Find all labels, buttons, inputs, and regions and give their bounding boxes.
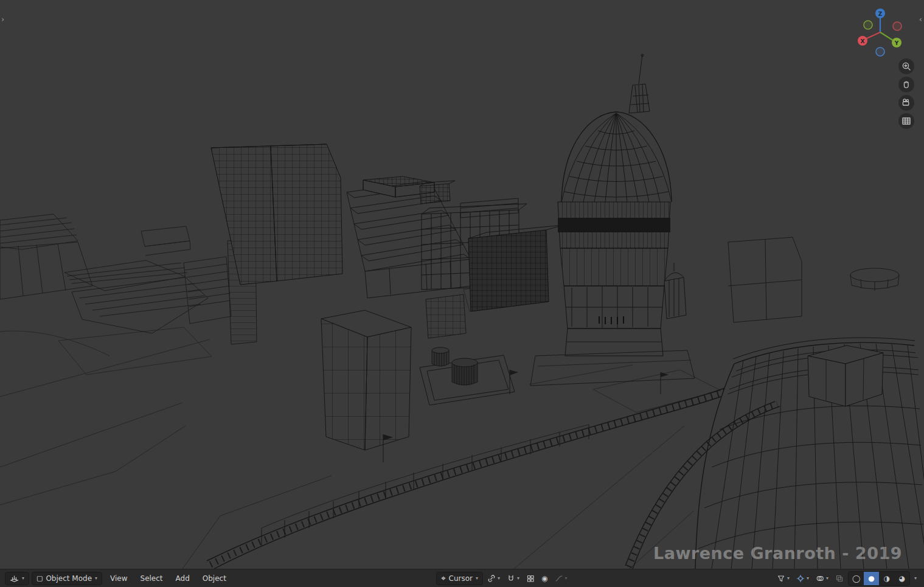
chevron-down-icon: ▾ (517, 576, 519, 581)
wireframe-city-scene[interactable] (0, 0, 924, 569)
axis-z-negative-ball[interactable] (876, 47, 884, 56)
axis-x-label: X (861, 38, 865, 44)
toolbar-expand-arrow[interactable]: › (1, 15, 4, 24)
viewport-shading-switch: ◯ ● ◑ ◕ (848, 571, 910, 586)
chevron-down-icon: ▾ (565, 576, 568, 581)
chevron-down-icon: ▾ (476, 576, 478, 581)
proportional-edit-toggle[interactable]: ◉ (539, 574, 550, 583)
toggle-xray-button[interactable] (833, 573, 846, 584)
menu-view[interactable]: View (105, 572, 133, 585)
chevron-down-icon: ▾ (914, 576, 917, 581)
flag-poles[interactable] (383, 370, 669, 462)
snap-pivot-cluster: ⌖ Cursor ▾ ▾ ▾ ◉ ▾ (436, 572, 569, 585)
lower-grid-building[interactable] (321, 310, 411, 450)
axis-y-negative-ball[interactable] (864, 21, 872, 29)
show-overlays-dropdown[interactable]: ▾ (813, 573, 831, 584)
header-menus: View Select Add Object (105, 572, 232, 585)
left-striped-buildings[interactable] (0, 214, 231, 333)
chevron-down-icon: ▾ (807, 576, 809, 581)
shading-solid-button[interactable]: ● (864, 572, 879, 585)
mode-label: Object Mode (46, 574, 92, 583)
axis-y-label: Y (894, 40, 899, 46)
chevron-down-icon: ▾ (95, 576, 97, 581)
cylindrical-building[interactable] (695, 338, 924, 569)
3d-viewport[interactable]: Z X Y › ‹ Lawrence Granrot (0, 0, 924, 569)
mode-dropdown[interactable]: ▢ Object Mode ▾ (32, 572, 102, 585)
snapping-dropdown[interactable]: ▾ (504, 573, 522, 584)
xray-icon (835, 574, 844, 583)
menu-object[interactable]: Object (197, 572, 232, 585)
falloff-curve-icon (555, 574, 563, 583)
tank-platform[interactable] (420, 347, 515, 405)
stepped-slab-building[interactable] (347, 181, 472, 298)
zoom-button[interactable] (898, 58, 914, 74)
toggle-perspective-button[interactable] (898, 113, 914, 129)
pivot-label: Cursor (449, 574, 473, 583)
chevron-down-icon: ▾ (826, 576, 828, 581)
viewport-nav-tools (898, 58, 914, 129)
material-sphere-icon: ◑ (883, 575, 889, 582)
gizmo-icon (796, 574, 805, 583)
pan-hand-button[interactable] (898, 77, 914, 92)
menu-select[interactable]: Select (135, 572, 168, 585)
chevron-down-icon: ▾ (22, 576, 24, 581)
curved-railway[interactable] (207, 381, 747, 569)
3d-cursor-icon: ⌖ (441, 574, 445, 582)
rendered-sphere-icon: ◕ (898, 575, 905, 582)
shading-material-button[interactable]: ◑ (879, 572, 894, 585)
snap-grid-toggle[interactable] (524, 573, 537, 584)
shading-wireframe-button[interactable]: ◯ (849, 572, 864, 585)
blender-window: Z X Y › ‹ Lawrence Granrot (0, 0, 924, 587)
wireframe-sphere-icon: ◯ (852, 575, 860, 582)
small-grid-box[interactable] (426, 294, 466, 338)
chevron-down-icon: ▾ (787, 576, 790, 581)
pivot-point-dropdown[interactable]: ⌖ Cursor ▾ (436, 572, 483, 585)
proportional-falloff-dropdown[interactable]: ▾ (552, 573, 570, 584)
snap-target-dropdown[interactable]: ▾ (485, 573, 502, 584)
camera-view-button[interactable] (898, 95, 914, 111)
shading-options-dropdown[interactable]: ▾ (912, 575, 919, 582)
editor-type-button[interactable]: ▾ (5, 572, 29, 585)
dark-grid-building[interactable] (468, 225, 563, 311)
menu-add[interactable]: Add (170, 572, 195, 585)
shading-rendered-button[interactable]: ◕ (894, 572, 909, 585)
object-visibility-dropdown[interactable]: ▾ (774, 573, 792, 584)
link-icon (487, 574, 496, 583)
overlays-icon (816, 574, 824, 583)
viewport-header-bar: ▾ ▢ Object Mode ▾ View Select Add Object… (0, 569, 924, 587)
axis-x-negative-ball[interactable] (893, 22, 901, 30)
editor-3d-viewport-icon (10, 574, 19, 583)
magnet-icon (507, 574, 515, 583)
solid-sphere-icon: ● (868, 575, 874, 582)
axis-z-label: Z (878, 11, 883, 17)
right-slab-building[interactable] (728, 237, 899, 322)
object-mode-icon: ▢ (36, 575, 43, 582)
dome-cathedral[interactable] (530, 54, 695, 386)
proportional-edit-icon: ◉ (541, 575, 547, 582)
shading-cluster: ▾ ▾ ▾ ◯ ● ◑ (774, 571, 919, 586)
sidebar-expand-arrow[interactable]: ‹ (919, 15, 922, 24)
grid-dots-icon (526, 574, 535, 583)
filter-funnel-icon (777, 574, 785, 583)
view-navigation-gizmo[interactable]: Z X Y (852, 4, 908, 60)
chevron-down-icon: ▾ (498, 576, 500, 581)
show-gizmo-dropdown[interactable]: ▾ (794, 573, 811, 584)
